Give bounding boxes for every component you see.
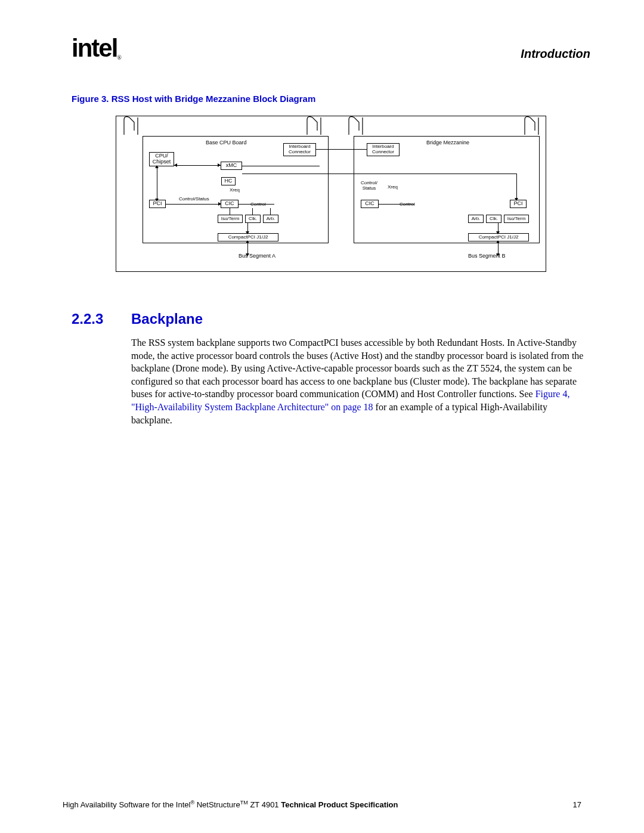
arrowhead-icon bbox=[246, 253, 249, 256]
line bbox=[242, 166, 320, 166]
section-title: Backplane bbox=[131, 311, 203, 327]
line bbox=[174, 165, 221, 166]
registered-mark: ® bbox=[117, 54, 122, 61]
control-left-label: Control bbox=[250, 202, 266, 208]
page-footer: High Availability Software for the Intel… bbox=[0, 800, 644, 809]
tm-mark: TM bbox=[240, 800, 248, 806]
xreq-right-label: Xreq bbox=[388, 185, 398, 190]
line bbox=[252, 208, 253, 215]
line bbox=[516, 174, 517, 200]
intel-logo: intel ® bbox=[72, 36, 122, 61]
arrowhead-icon bbox=[218, 163, 221, 167]
clk-left: Clk. bbox=[245, 215, 261, 223]
xmc-block: xMC bbox=[221, 162, 242, 170]
arrowhead-icon bbox=[246, 231, 249, 234]
arrowhead-icon bbox=[496, 231, 500, 234]
para-text-1: The RSS system backplane supports two Co… bbox=[131, 337, 583, 399]
line bbox=[230, 208, 230, 215]
section-number: 2.2.3 bbox=[72, 311, 131, 327]
hc-block: HC bbox=[221, 177, 236, 185]
section-body: The RSS system backplane supports two Co… bbox=[131, 336, 590, 426]
clk-right: Clk. bbox=[486, 215, 501, 223]
control-status-right: Control/ Status bbox=[361, 181, 377, 191]
line bbox=[316, 149, 367, 150]
xreq-left-label: Xreq bbox=[230, 188, 240, 193]
base-board-label: Base CPU Board bbox=[206, 140, 247, 146]
line bbox=[270, 208, 271, 215]
line bbox=[239, 204, 274, 205]
interboard-conn-1: Interboard Connector bbox=[283, 143, 316, 156]
logo-wordmark: intel bbox=[72, 36, 117, 61]
line bbox=[166, 204, 221, 205]
arb-right: Arb. bbox=[468, 215, 484, 223]
page-number: 17 bbox=[573, 800, 581, 809]
arrowhead-icon bbox=[496, 253, 500, 256]
footer-post: ZT 4901 bbox=[248, 800, 281, 809]
isoterm-left: Iso/Term bbox=[218, 215, 243, 223]
bus-a-label: Bus Segment A bbox=[239, 253, 275, 259]
figure-caption: Figure 3. RSS Host with Bridge Mezzanine… bbox=[72, 94, 590, 104]
card-clip-icon bbox=[346, 114, 367, 138]
line bbox=[157, 166, 157, 200]
line bbox=[242, 174, 516, 174]
isoterm-right: Iso/Term bbox=[504, 215, 529, 223]
footer-mid: NetStructure bbox=[194, 800, 240, 809]
line bbox=[379, 204, 414, 205]
running-head: Introduction bbox=[521, 47, 590, 61]
arrowhead-icon bbox=[218, 202, 221, 206]
arrowhead-icon bbox=[515, 198, 518, 201]
footer-title: High Availability Software for the Intel… bbox=[63, 800, 398, 809]
card-clip-icon bbox=[522, 114, 543, 138]
arrowhead-icon bbox=[155, 199, 159, 202]
bridge-mezz-label: Bridge Mezzanine bbox=[426, 140, 469, 146]
card-clip-icon bbox=[121, 114, 143, 138]
cic-left: CIC bbox=[221, 200, 239, 208]
page-header: intel ® Introduction bbox=[72, 36, 590, 61]
footer-pre: High Availability Software for the Intel bbox=[63, 800, 190, 809]
arrowhead-icon bbox=[155, 165, 159, 168]
interboard-conn-2: Interboard Connector bbox=[367, 143, 400, 156]
footer-bold: Technical Product Specification bbox=[281, 800, 398, 809]
card-clip-icon bbox=[304, 114, 326, 138]
bus-b-label: Bus Segment B bbox=[468, 253, 506, 259]
arrowhead-icon bbox=[174, 163, 177, 167]
arrowhead-icon bbox=[496, 240, 500, 243]
pci-right: PCI bbox=[510, 200, 527, 208]
arb-left: Arb. bbox=[263, 215, 278, 223]
arrowhead-icon bbox=[246, 240, 249, 243]
control-right-label: Control bbox=[400, 202, 415, 208]
control-status-left: Control/Status bbox=[179, 197, 209, 202]
section-heading: 2.2.3 Backplane bbox=[72, 311, 590, 327]
cic-right: CIC bbox=[361, 200, 379, 208]
block-diagram: Base CPU Board Bridge Mezzanine Interboa… bbox=[116, 116, 546, 272]
cpu-chipset: CPU/ Chipset bbox=[149, 152, 174, 166]
